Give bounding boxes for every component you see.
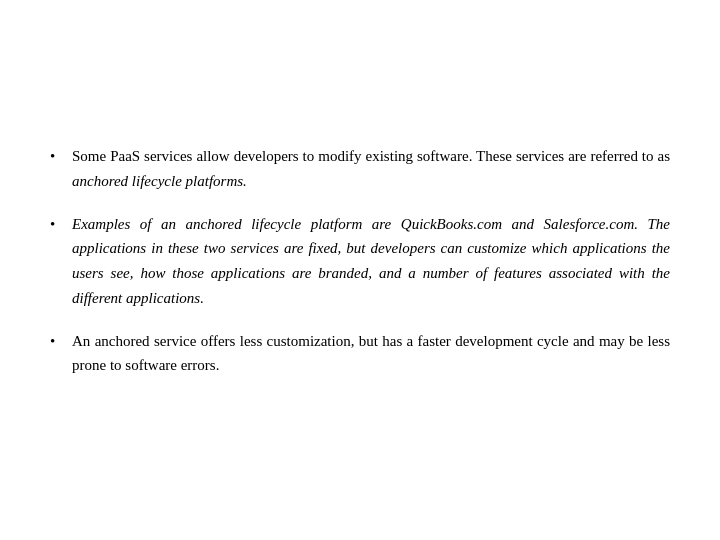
list-item: • Examples of an anchored lifecycle plat…	[50, 212, 670, 311]
italic-text: anchored lifecycle platforms.	[72, 173, 247, 189]
bullet-text: Some PaaS services allow developers to m…	[72, 144, 670, 194]
bullet-marker: •	[50, 329, 72, 354]
bullet-marker: •	[50, 212, 72, 237]
bullet-text: An anchored service offers less customiz…	[72, 329, 670, 379]
list-item: • An anchored service offers less custom…	[50, 329, 670, 379]
bullet-list: • Some PaaS services allow developers to…	[50, 144, 670, 378]
bullet-text: Examples of an anchored lifecycle platfo…	[72, 212, 670, 311]
main-content: • Some PaaS services allow developers to…	[40, 124, 680, 416]
list-item: • Some PaaS services allow developers to…	[50, 144, 670, 194]
bullet-marker: •	[50, 144, 72, 169]
